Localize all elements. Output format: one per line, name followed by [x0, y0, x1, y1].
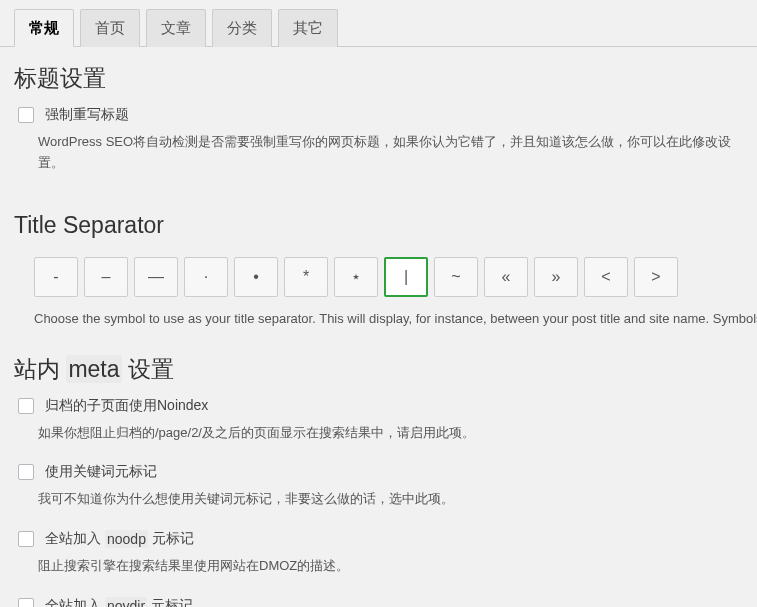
- meta-code-chip: noodp: [105, 530, 148, 548]
- meta-label-0: 归档的子页面使用Noindex: [45, 397, 208, 415]
- separator-option[interactable]: –: [84, 257, 128, 297]
- tab-3[interactable]: 分类: [212, 9, 272, 47]
- tabs: 常规首页文章分类其它: [0, 0, 757, 47]
- force-rewrite-label: 强制重写标题: [45, 106, 129, 124]
- meta-checkbox-1[interactable]: [18, 464, 34, 480]
- tab-4[interactable]: 其它: [278, 9, 338, 47]
- force-rewrite-checkbox[interactable]: [18, 107, 34, 123]
- meta-desc-0: 如果你想阻止归档的/page/2/及之后的页面显示在搜索结果中，请启用此项。: [38, 423, 743, 444]
- separator-option[interactable]: ~: [434, 257, 478, 297]
- meta-label-3: 全站加入noydir元标记: [45, 597, 193, 607]
- separator-option[interactable]: «: [484, 257, 528, 297]
- meta-code-chip: noydir: [105, 597, 147, 607]
- separator-option[interactable]: ·: [184, 257, 228, 297]
- force-rewrite-desc: WordPress SEO将自动检测是否需要强制重写你的网页标题，如果你认为它错…: [38, 132, 743, 174]
- meta-settings-heading: 站内 meta 设置: [14, 354, 743, 385]
- meta-label-2: 全站加入noodp元标记: [45, 530, 194, 548]
- meta-checkbox-2[interactable]: [18, 531, 34, 547]
- separator-help: Choose the symbol to use as your title s…: [34, 311, 743, 326]
- separator-options: -–—·•*⋆|~«»<>: [34, 257, 743, 297]
- meta-code-chip: meta: [66, 355, 121, 383]
- separator-option[interactable]: —: [134, 257, 178, 297]
- tab-1[interactable]: 首页: [80, 9, 140, 47]
- meta-desc-1: 我可不知道你为什么想使用关键词元标记，非要这么做的话，选中此项。: [38, 489, 743, 510]
- meta-label-1: 使用关键词元标记: [45, 463, 157, 481]
- separator-option[interactable]: -: [34, 257, 78, 297]
- separator-heading: Title Separator: [14, 212, 743, 239]
- separator-option[interactable]: |: [384, 257, 428, 297]
- separator-option[interactable]: »: [534, 257, 578, 297]
- tab-0[interactable]: 常规: [14, 9, 74, 47]
- separator-option[interactable]: <: [584, 257, 628, 297]
- separator-option[interactable]: >: [634, 257, 678, 297]
- separator-option[interactable]: *: [284, 257, 328, 297]
- separator-option[interactable]: •: [234, 257, 278, 297]
- title-settings-heading: 标题设置: [14, 63, 743, 94]
- meta-checkbox-0[interactable]: [18, 398, 34, 414]
- meta-checkbox-3[interactable]: [18, 598, 34, 607]
- tab-2[interactable]: 文章: [146, 9, 206, 47]
- separator-option[interactable]: ⋆: [334, 257, 378, 297]
- meta-desc-2: 阻止搜索引擎在搜索结果里使用网站在DMOZ的描述。: [38, 556, 743, 577]
